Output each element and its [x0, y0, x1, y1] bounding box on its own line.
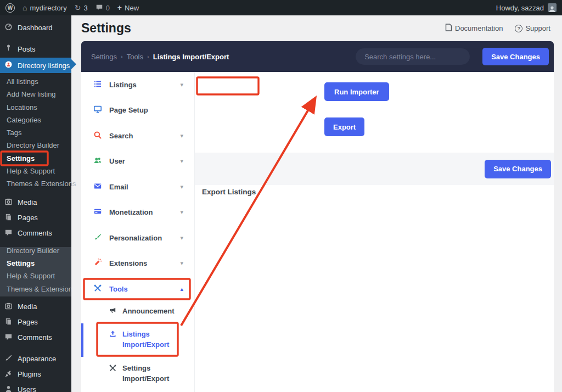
run-importer-button[interactable]: Run Importer [324, 82, 389, 101]
breadcrumb-tools[interactable]: Tools [127, 53, 143, 61]
update-count: 3 [83, 4, 87, 12]
pin-icon [4, 44, 13, 54]
sidebar-item-appearance[interactable]: Appearance [0, 351, 71, 367]
sidebar-item-tags[interactable]: Tags [0, 126, 71, 139]
magic-wand-icon [93, 258, 109, 268]
brush-icon [4, 354, 13, 364]
dashboard-icon [4, 23, 13, 32]
sidebar-item-plugins[interactable]: Plugins [0, 367, 71, 382]
nav-item-monetization[interactable]: Monetization ▾ [81, 200, 194, 226]
sidebar-item-themes-extensions[interactable]: Themes & Extensions [0, 177, 71, 190]
site-name: mydirectory [30, 4, 66, 12]
sidebar-item-dashboard[interactable]: Dashboard [0, 20, 71, 35]
site-menu[interactable]: ⌂ mydirectory [23, 0, 67, 15]
nav-item-search[interactable]: Search ▾ [81, 123, 194, 149]
support-link[interactable]: ? Support [515, 24, 550, 32]
import-export-pane: Import Listings Run Importer Export List… [195, 72, 554, 392]
upload-icon [109, 329, 122, 340]
tools-icon [93, 284, 109, 294]
sidebar-item-help-support[interactable]: Help & Support [0, 165, 71, 177]
tools-icon [109, 363, 122, 374]
sidebar-item-media[interactable]: Media [0, 195, 71, 210]
mail-icon [93, 182, 109, 192]
nav-item-listings[interactable]: Listings ▾ [81, 72, 194, 98]
avatar[interactable] [548, 3, 557, 12]
settings-nav: Listings ▾ Page Setup Search ▾ User ▾ [81, 72, 195, 392]
sidebar-item-posts[interactable]: Posts [0, 41, 71, 57]
search-settings-input[interactable] [356, 48, 470, 65]
wordpress-logo-icon: W [5, 3, 15, 13]
sidebar-item-add-new-listing[interactable]: Add New listing [0, 88, 71, 100]
faded-duplicate-submenu: Directory Builder Settings Help & Suppor… [0, 247, 71, 296]
list-icon [93, 80, 109, 90]
save-changes-button[interactable]: Save Changes [485, 160, 551, 178]
howdy-text[interactable]: Howdy, sazzad [496, 4, 544, 12]
new-menu[interactable]: + New [117, 0, 139, 15]
comment-bubble-icon [95, 3, 103, 13]
admin-bar: W ⌂ mydirectory ↻ 3 0 + New Howdy, sazza… [0, 0, 562, 15]
nav-item-page-setup[interactable]: Page Setup [81, 98, 194, 124]
user-icon [4, 385, 13, 392]
chevron-up-icon: ▴ [180, 285, 183, 293]
card-footer: Save Changes [195, 153, 554, 185]
nav-item-tools[interactable]: Tools ▴ [81, 276, 194, 302]
chevron-down-icon: ▾ [180, 260, 183, 267]
monitor-icon [93, 105, 109, 115]
nav-item-extensions[interactable]: Extensions ▾ [81, 251, 194, 277]
directory-submenu: All listings Add New listing Locations C… [0, 75, 71, 191]
active-menu-arrow [71, 59, 76, 69]
search-icon [93, 131, 109, 141]
sidebar-item-media[interactable]: Media [0, 299, 71, 315]
page-header: Settings Documentation ? Support [81, 15, 554, 41]
settings-card: Listings ▾ Page Setup Search ▾ User ▾ [81, 72, 554, 392]
chevron-down-icon: ▾ [180, 132, 183, 139]
chevron-down-icon: ▾ [180, 209, 183, 216]
export-button[interactable]: Export [324, 117, 364, 136]
sidebar-item-comments[interactable]: Comments [0, 226, 71, 241]
sidebar-item-all-listings[interactable]: All listings [0, 75, 71, 88]
breadcrumb-separator: › [121, 53, 123, 60]
sidebar-item-categories[interactable]: Categories [0, 114, 71, 126]
breadcrumb-settings[interactable]: Settings [91, 53, 117, 61]
megaphone-icon [109, 306, 122, 316]
breadcrumb-current: Listings Import/Export [153, 53, 229, 61]
sidebar-item-settings[interactable]: Settings [0, 152, 71, 165]
home-icon: ⌂ [23, 4, 27, 12]
paintbrush-icon [93, 233, 109, 243]
users-icon [93, 156, 109, 166]
sidebar-item-directory-builder[interactable]: Directory Builder [0, 247, 71, 257]
media-icon [4, 302, 13, 312]
comments-menu[interactable]: 0 [95, 0, 110, 15]
nav-subitem-announcement[interactable]: Announcement [81, 302, 194, 321]
sidebar-item-settings[interactable]: Settings [0, 257, 71, 270]
nav-item-user[interactable]: User ▾ [81, 149, 194, 175]
chevron-down-icon: ▾ [180, 183, 183, 191]
breadcrumb: Settings › Tools › Listings Import/Expor… [91, 53, 229, 61]
new-label: New [125, 4, 139, 12]
wp-logo-menu[interactable]: W [5, 0, 15, 15]
media-icon [4, 198, 13, 208]
sidebar-item-directory-listings[interactable]: Directory listings [0, 58, 71, 73]
nav-subitem-settings-import-export[interactable]: SettingsImport/Export [81, 358, 194, 390]
updates-menu[interactable]: ↻ 3 [75, 0, 88, 15]
sidebar-item-themes-extensions[interactable]: Themes & Extensions [0, 283, 71, 295]
refresh-icon: ↻ [75, 4, 81, 12]
chevron-down-icon: ▾ [180, 234, 183, 242]
export-listings-label: Export Listings [202, 188, 256, 196]
nav-item-email[interactable]: Email ▾ [81, 174, 194, 200]
save-changes-button[interactable]: Save Changes [482, 48, 549, 65]
question-icon: ? [515, 25, 522, 32]
chevron-down-icon: ▾ [180, 81, 183, 88]
comment-bubble-icon [4, 333, 13, 343]
documentation-link[interactable]: Documentation [445, 24, 503, 33]
sidebar-item-directory-builder[interactable]: Directory Builder [0, 139, 71, 152]
pages-icon [4, 213, 13, 223]
sidebar-item-locations[interactable]: Locations [0, 101, 71, 114]
nav-item-personalization[interactable]: Personalization ▾ [81, 225, 194, 251]
sidebar-item-pages[interactable]: Pages [0, 315, 71, 330]
sidebar-item-help-support[interactable]: Help & Support [0, 270, 71, 282]
sidebar-item-pages[interactable]: Pages [0, 210, 71, 226]
sidebar-item-comments[interactable]: Comments [0, 330, 71, 345]
sidebar-item-users[interactable]: Users [0, 382, 71, 392]
nav-subitem-listings-import-export[interactable]: ListingsImport/Export [81, 324, 194, 356]
